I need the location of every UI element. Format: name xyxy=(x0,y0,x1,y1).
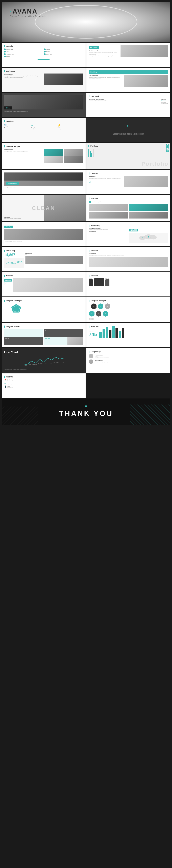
bar-1 xyxy=(99,332,102,338)
creative-img-3 xyxy=(44,156,63,163)
square-grid: Top Left Top Right Bottom Left Bottom Ri… xyxy=(4,329,83,345)
agenda-item: Mock-up xyxy=(44,51,83,53)
quote-text: Leadership is an action, Not a position xyxy=(113,133,144,135)
slide-linechart: Line Chart Lorem ipsum dolor sit amet co… xyxy=(2,348,85,373)
agenda-item: Opening Slide xyxy=(4,49,43,50)
worldmap1-number: >20,000 xyxy=(129,228,138,231)
pentagon-labels-left: 01. Description 05. Description xyxy=(4,307,9,310)
portfolio1-title: Portfolio xyxy=(89,145,98,147)
phone-icon: 📱 xyxy=(4,385,6,388)
mockup3-left: Loft Unit xyxy=(89,278,93,286)
mockup1-image xyxy=(89,257,168,267)
findus-item-1: 📍 Location Street Name, City xyxy=(4,379,83,381)
service-icon-1: 🔍 xyxy=(4,124,30,127)
building-header: Building xyxy=(89,70,168,74)
agenda-icon xyxy=(4,53,6,55)
worldmap1-desc: Programme Directory Lorem ipsum dolor si… xyxy=(89,228,128,244)
service-icon-3: ⚡ xyxy=(58,124,83,127)
portfolio2-categories: ✓ Categories 2018 xyxy=(89,201,168,203)
barchart-bars xyxy=(99,329,168,339)
slide-pentagon: Diagram Pentagon 01. Description 05. Des… xyxy=(2,297,85,322)
people-title: People Say xyxy=(89,350,168,352)
agenda-icon xyxy=(4,51,6,53)
slide-devices: Devices WorkSpace Lorem ipsum dolor sit … xyxy=(87,170,170,194)
svg-point-6 xyxy=(18,261,19,263)
portfolio-bar-1 xyxy=(89,149,89,157)
building2-image xyxy=(4,229,83,240)
hexagon-title: Diagram Hexagon xyxy=(89,300,168,302)
devices-content: WorkSpace Lorem ipsum dolor sit amet con… xyxy=(89,176,168,187)
pentagon-labels-right: 02. Description 03. Description xyxy=(23,307,29,310)
svg-text:01: 01 xyxy=(93,306,95,307)
workplace-text: Upcoming Daily Lorem ipsum dolor sit ame… xyxy=(4,73,43,85)
hexagon-row1: 01 02 03 xyxy=(91,303,168,310)
hexagon-content: 01 02 03 04 xyxy=(89,303,168,317)
worldmap1-content: Programme Directory Lorem ipsum dolor si… xyxy=(89,228,168,244)
bar-4 xyxy=(109,330,111,338)
bar-7 xyxy=(119,331,121,338)
square-image xyxy=(67,337,83,345)
slide-findus: Find Us 📍 Location Street Name, City ✉ E… xyxy=(2,373,85,398)
svg-point-3 xyxy=(148,236,149,238)
bar-5 xyxy=(112,326,115,338)
pentagon-content: 01. Description 05. Description 02. Desc… xyxy=(4,303,83,314)
worldmap1-map xyxy=(129,233,168,243)
slide-mockup1: Mockup Inscriptions Lorem ipsum dolor si… xyxy=(87,247,170,272)
agenda-col1: Opening Slide About Welcome Poem Portfol… xyxy=(4,49,43,58)
map-svg xyxy=(129,233,168,243)
mockup2-text: ≥20,000 Containing Sculpting Climbing xyxy=(4,278,12,292)
slide-services: Services 🔍 Research Lorem ipsum dolor si… xyxy=(2,118,85,142)
agenda-title: Agenda xyxy=(4,45,83,47)
workplace-title: Workplace xyxy=(4,70,83,72)
office-label: Office xyxy=(4,106,12,110)
portfolio2-grid xyxy=(89,205,168,218)
person2-avatar xyxy=(89,360,93,364)
cat-circle-1: ✓ xyxy=(89,201,91,203)
about-content: ▶ About What is Avana? Lorem ipsum dolor… xyxy=(89,45,119,57)
email-icon: ✉ xyxy=(4,382,6,384)
svg-point-2 xyxy=(150,235,157,239)
clean-text-container: CLEAN xyxy=(32,205,55,212)
mockup3-phone1 xyxy=(89,279,93,286)
building2-header: Building xyxy=(4,225,13,228)
agenda-item: Statistic xyxy=(44,49,83,50)
mockup3-phone2 xyxy=(105,279,109,286)
compilations-image: Compilations xyxy=(4,173,83,186)
hex-svg-1: 01 xyxy=(91,303,97,310)
svg-text:06: 06 xyxy=(105,313,106,314)
findus-item1-text: Location Street Name, City xyxy=(7,379,14,381)
mockup3-center xyxy=(94,278,104,286)
creative-content: Work with Team Lorem ipsum dolor sit ame… xyxy=(4,149,83,163)
mockup2-content: ≥20,000 Containing Sculpting Climbing xyxy=(4,278,83,292)
hex-svg-3: 03 xyxy=(105,303,111,310)
creative-images xyxy=(44,149,83,163)
svg-text:04: 04 xyxy=(91,313,93,314)
portfolio-bar-3 xyxy=(91,153,92,157)
hex-svg-2: 02 xyxy=(98,303,104,310)
linechart-title: Line Chart xyxy=(4,350,83,354)
square-item-bottomleft: Bottom Left xyxy=(4,337,43,345)
hex-svg-5: 05 xyxy=(96,310,102,317)
svg-text:05: 05 xyxy=(98,313,99,314)
hexagon-row2: 04 05 06 xyxy=(89,310,168,317)
slide-mockup3: Mockup Loft Unit Right Unit xyxy=(87,272,170,297)
slide-building2: Building Lorem ipsum dolor sit amet cons… xyxy=(2,222,85,246)
hero-subtitle: Clean Presentation Template xyxy=(10,15,46,18)
agenda-icon xyxy=(44,49,46,50)
slide-agenda: Agenda Opening Slide About Welcome Poem xyxy=(2,43,85,67)
thankyou-dot xyxy=(85,405,87,407)
thankyou-pattern-left xyxy=(2,406,38,425)
services-title: Services xyxy=(4,120,83,122)
slide-worldmap2: World Map +4,867 Description USA xyxy=(2,247,85,272)
slide-quote: " Leadership is an action, Not a positio… xyxy=(87,118,170,142)
slide-creative: Creative People Work with Team Lorem ips… xyxy=(2,143,85,169)
hero-content: AVANA Clean Presentation Template xyxy=(10,8,46,18)
agenda-icon xyxy=(44,53,46,55)
cat-circle-2 xyxy=(97,201,99,203)
worldmap2-visual: +4,867 xyxy=(4,253,24,269)
svg-marker-7 xyxy=(11,304,21,313)
person1-text: Person Name Designer Lorem ipsum dolor s… xyxy=(95,354,109,358)
portfolio1-big-text: Portfolio xyxy=(141,161,168,167)
slide-barchart: Bar Chart Statistic 745 xyxy=(87,323,170,347)
person2: Person Name Designer Lorem ipsum dolor s… xyxy=(89,360,168,364)
